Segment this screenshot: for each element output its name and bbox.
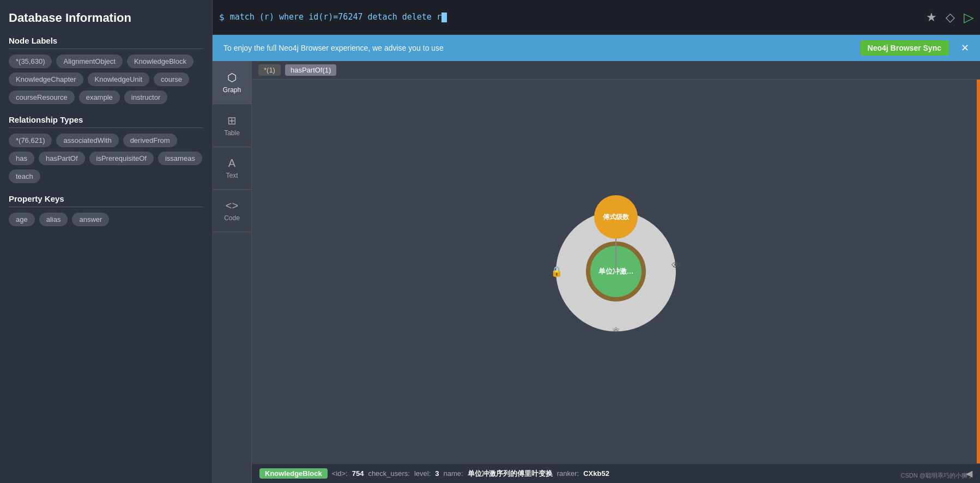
view-tab-icon-code: <> — [226, 200, 238, 212]
level-value: 3 — [435, 469, 439, 478]
node-label-tag[interactable]: KnowledgeUnit — [88, 73, 149, 86]
sidebar-title: Database Information — [9, 11, 203, 25]
yellow-node[interactable]: 傅式级数 — [594, 195, 638, 239]
node-label-tag[interactable]: course — [154, 73, 189, 86]
node-label-tag[interactable]: KnowledgeChapter — [9, 73, 83, 86]
connector-line — [615, 239, 616, 271]
id-label: <id>: — [332, 469, 348, 478]
result-tabs: *(1)hasPartOf(1) — [252, 61, 980, 80]
node-labels-tags: *(35,630)AlignmentObjectKnowledgeBlockKn… — [9, 55, 203, 104]
node-label-tag[interactable]: *(35,630) — [9, 55, 52, 68]
view-tabs: ⬡ Graph ⊞ Table A Text <> Code — [213, 61, 252, 483]
ring-icon-share: ⚛ — [612, 325, 620, 337]
ring-icon-lock: 🔒 — [551, 265, 562, 277]
id-value: 754 — [352, 469, 364, 478]
relationship-type-tag[interactable]: teach — [9, 170, 40, 183]
view-tab-icon-graph: ⬡ — [227, 71, 237, 84]
view-tab-graph[interactable]: ⬡ Graph — [213, 61, 251, 104]
node-label-tag[interactable]: KnowledgeBlock — [127, 55, 193, 68]
toolbar-icons: ★ ◇ ▷ — [926, 10, 973, 25]
ranker-value: CXkb52 — [583, 469, 609, 478]
view-tab-label-code: Code — [224, 214, 240, 222]
relationship-type-tag[interactable]: derivedFrom — [123, 134, 177, 147]
name-value: 单位冲激序列的傅里叶变换 — [468, 469, 553, 479]
graph-panel: *(1)hasPartOf(1) 傅式级数 单位冲激… — [252, 61, 980, 483]
property-key-tag[interactable]: answer — [72, 213, 109, 226]
view-tab-label-graph: Graph — [223, 86, 241, 94]
view-tab-table[interactable]: ⊞ Table — [213, 104, 251, 147]
notification-text: To enjoy the full Neo4j Browser experien… — [223, 44, 854, 52]
node-label-tag[interactable]: example — [79, 90, 120, 104]
node-label-tag[interactable]: courseResource — [9, 90, 75, 104]
relationship-type-tag[interactable]: has — [9, 152, 34, 165]
graph-canvas[interactable]: 傅式级数 单位冲激… 🔒 👁 ⚛ — [252, 80, 980, 463]
property-keys-heading: Property Keys — [9, 194, 203, 207]
run-icon[interactable]: ▷ — [964, 10, 973, 25]
result-tab[interactable]: hasPartOf(1) — [285, 64, 336, 76]
graph-visualization: 傅式级数 单位冲激… 🔒 👁 ⚛ — [529, 184, 703, 359]
view-tab-icon-table: ⊞ — [227, 114, 237, 127]
property-key-tag[interactable]: age — [9, 213, 35, 226]
relationship-type-tag[interactable]: issameas — [158, 152, 202, 165]
query-cursor — [441, 13, 447, 22]
view-tab-text[interactable]: A Text — [213, 147, 251, 190]
relationship-type-tag[interactable]: *(76,621) — [9, 134, 52, 147]
relationship-types-tags: *(76,621)associatedWithderivedFromhashas… — [9, 134, 203, 183]
name-label: name: — [444, 469, 463, 478]
content-area: ⬡ Graph ⊞ Table A Text <> Code *(1)hasPa… — [213, 61, 980, 483]
node-label-tag[interactable]: AlignmentObject — [56, 55, 122, 68]
relationship-types-heading: Relationship Types — [9, 115, 203, 128]
notification-close[interactable]: ✕ — [961, 42, 969, 54]
relationship-type-tag[interactable]: associatedWith — [56, 134, 118, 147]
sidebar: Database Information Node Labels *(35,63… — [0, 0, 213, 483]
view-tab-label-table: Table — [224, 129, 240, 137]
check-users-label: check_users: — [368, 469, 410, 478]
property-keys-tags: agealiasanswer — [9, 213, 203, 226]
ring-icon-eye: 👁 — [672, 260, 681, 271]
browser-sync-button[interactable]: Neo4j Browser Sync — [860, 40, 949, 56]
view-tab-code[interactable]: <> Code — [213, 190, 251, 232]
notification-bar: To enjoy the full Neo4j Browser experien… — [213, 35, 980, 61]
status-badge: KnowledgeBlock — [259, 468, 328, 479]
star-icon[interactable]: ★ — [926, 10, 937, 25]
accent-bar — [977, 80, 980, 463]
ranker-label: ranker: — [557, 469, 579, 478]
status-bar: KnowledgeBlock <id>: 754 check_users: le… — [252, 463, 980, 483]
node-labels-heading: Node Labels — [9, 36, 203, 49]
watermark: CSDN @聪明乖巧的小狮子 — [901, 472, 973, 480]
query-text: match (r) where id(r)=76247 detach delet… — [230, 12, 921, 22]
property-key-tag[interactable]: alias — [39, 213, 68, 226]
relationship-type-tag[interactable]: hasPartOf — [39, 152, 85, 165]
result-tab[interactable]: *(1) — [258, 64, 281, 76]
node-label-tag[interactable]: instructor — [124, 90, 167, 104]
relationship-type-tag[interactable]: isPrerequisiteOf — [89, 152, 154, 165]
level-label: level: — [414, 469, 431, 478]
query-bar: $ match (r) where id(r)=76247 detach del… — [213, 0, 980, 35]
view-tab-icon-text: A — [228, 157, 235, 170]
query-prompt: $ — [219, 12, 225, 22]
main-area: $ match (r) where id(r)=76247 detach del… — [213, 0, 980, 483]
eraser-icon[interactable]: ◇ — [946, 10, 955, 25]
view-tab-label-text: Text — [226, 172, 238, 179]
